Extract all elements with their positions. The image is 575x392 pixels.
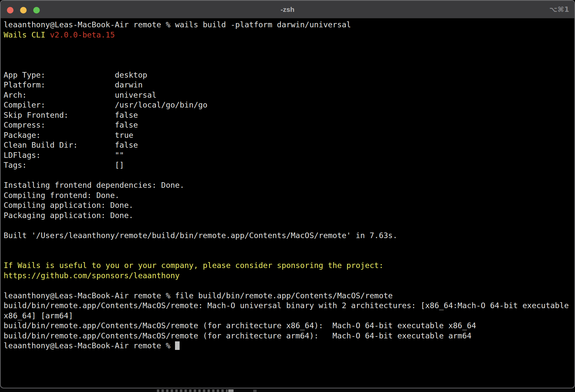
background-window-sliver: [157, 389, 228, 392]
terminal-text: Compiler: /usr/local/go/bin/go: [4, 100, 208, 110]
terminal-line: Compress: false: [4, 120, 574, 130]
terminal-line: https://github.com/sponsors/leaanthony: [4, 271, 574, 281]
terminal-text: v2.0.0-beta.15: [50, 30, 115, 39]
terminal-text: Built '/Users/leaanthony/remote/build/bi…: [4, 231, 397, 240]
terminal-line: Package: true: [4, 130, 574, 140]
terminal-line: Compiling application: Done.: [4, 200, 574, 210]
terminal-text: Compiling application: Done.: [4, 201, 133, 210]
terminal-text: Arch: universal: [4, 90, 157, 100]
traffic-lights: [7, 7, 40, 13]
terminal-line: Wails CLI v2.0.0-beta.15: [4, 30, 574, 40]
terminal-text: Compiling frontend: Done.: [4, 191, 119, 200]
cursor: [175, 341, 180, 350]
terminal-line: [4, 50, 574, 60]
terminal-window: -zsh ⌥⌘1 leaanthony@Leas-MacBook-Air rem…: [0, 0, 575, 388]
terminal-line: build/bin/remote.app/Contents/MacOS/remo…: [4, 321, 574, 331]
titlebar[interactable]: -zsh ⌥⌘1: [1, 1, 574, 18]
terminal-line: Platform: darwin: [4, 80, 574, 90]
terminal-line: leaanthony@Leas-MacBook-Air remote % fil…: [4, 291, 574, 301]
background-window-sliver: [228, 389, 234, 392]
terminal-text: App Type: desktop: [4, 70, 147, 80]
terminal-line: build/bin/remote.app/Contents/MacOS/remo…: [4, 301, 574, 311]
terminal-line: Installing frontend dependencies: Done.: [4, 180, 574, 190]
terminal-line: If Wails is useful to you or your compan…: [4, 260, 574, 271]
terminal-line: [4, 240, 574, 251]
terminal-text: leaanthony@Leas-MacBook-Air remote %: [4, 341, 175, 350]
terminal-text: Package: true: [4, 131, 133, 140]
terminal-line: leaanthony@Leas-MacBook-Air remote % wai…: [4, 20, 574, 30]
terminal-line: build/bin/remote.app/Contents/MacOS/remo…: [4, 331, 574, 341]
terminal-text: Clean Build Dir: false: [4, 140, 138, 150]
terminal-line: x86_64] [arm64]: [4, 311, 574, 321]
terminal-line: [4, 60, 574, 70]
terminal-line: Compiling frontend: Done.: [4, 190, 574, 201]
terminal-line: [4, 40, 574, 50]
terminal-line: [4, 251, 574, 261]
terminal-text: build/bin/remote.app/Contents/MacOS/remo…: [4, 331, 471, 340]
window-title: -zsh: [1, 1, 574, 18]
minimize-button[interactable]: [20, 7, 27, 13]
terminal-text: Platform: darwin: [4, 80, 142, 89]
terminal-line: App Type: desktop: [4, 70, 574, 80]
terminal-line: Compiler: /usr/local/go/bin/go: [4, 100, 574, 110]
terminal-text: x86_64] [arm64]: [4, 311, 73, 320]
terminal-text: leaanthony@Leas-MacBook-Air remote % fil…: [4, 291, 393, 300]
terminal-text: leaanthony@Leas-MacBook-Air remote % wai…: [4, 20, 351, 29]
terminal-text: build/bin/remote.app/Contents/MacOS/remo…: [4, 301, 569, 310]
terminal-text: Skip Frontend: false: [4, 110, 138, 120]
terminal-line: Built '/Users/leaanthony/remote/build/bi…: [4, 231, 574, 241]
tab-shortcut-label: ⌥⌘1: [549, 1, 569, 18]
terminal-line: Packaging application: Done.: [4, 210, 574, 221]
close-button[interactable]: [7, 7, 13, 13]
terminal-content[interactable]: leaanthony@Leas-MacBook-Air remote % wai…: [1, 18, 574, 351]
terminal-line: LDFlags: "": [4, 150, 574, 160]
terminal-line: [4, 281, 574, 291]
terminal-text: Packaging application: Done.: [4, 211, 133, 220]
terminal-text: Compress: false: [4, 120, 138, 130]
background-window-sliver: [253, 390, 257, 392]
zoom-button[interactable]: [33, 7, 40, 13]
terminal-line: leaanthony@Leas-MacBook-Air remote %: [4, 341, 574, 351]
terminal-line: Clean Build Dir: false: [4, 140, 574, 150]
terminal-text: If Wails is useful to you or your compan…: [4, 261, 384, 270]
terminal-text: build/bin/remote.app/Contents/MacOS/remo…: [4, 321, 476, 330]
terminal-line: [4, 170, 574, 181]
terminal-text: Wails CLI: [4, 30, 50, 39]
terminal-line: Arch: universal: [4, 90, 574, 100]
terminal-text: Tags: []: [4, 160, 124, 170]
terminal-text: Installing frontend dependencies: Done.: [4, 181, 184, 190]
terminal-line: [4, 220, 574, 231]
terminal-text: https://github.com/sponsors/leaanthony: [4, 271, 180, 280]
terminal-line: Skip Frontend: false: [4, 110, 574, 120]
terminal-text: LDFlags: "": [4, 151, 124, 160]
terminal-line: Tags: []: [4, 160, 574, 170]
